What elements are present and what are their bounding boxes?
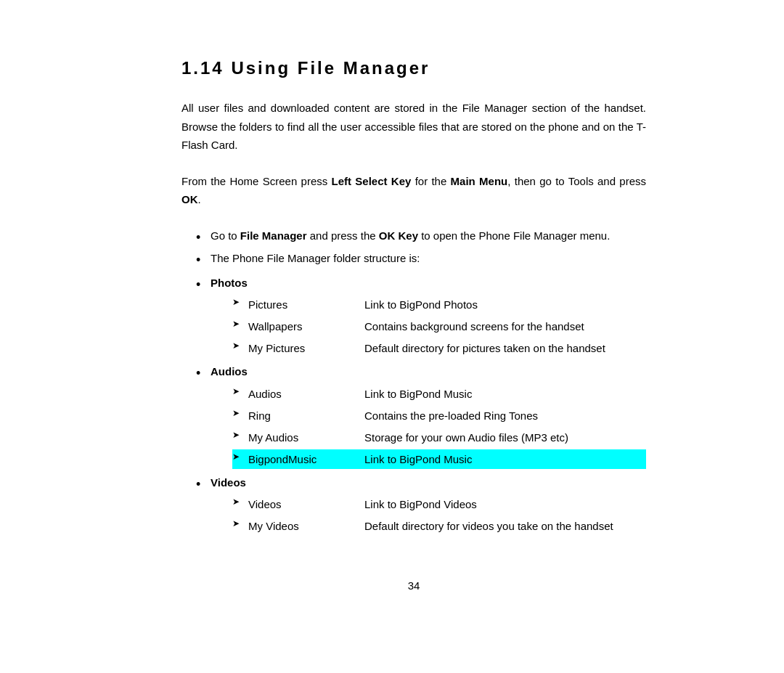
bold-left-select: Left Select Key [332, 175, 412, 187]
folder-name: My Videos [248, 516, 364, 536]
sub-item-ring: RingContains the pre-loaded Ring Tones [232, 406, 646, 425]
sub-list-videos: VideosLink to BigPond VideosMy VideosDef… [232, 494, 646, 536]
category-item-audios: AudiosAudiosLink to BigPond MusicRingCon… [196, 362, 646, 469]
folder-desc: Default directory for pictures taken on … [364, 338, 646, 358]
folder-desc: Contains the pre-loaded Ring Tones [364, 406, 646, 425]
folder-desc: Link to BigPond Music [364, 449, 646, 469]
folder-name: My Audios [248, 428, 364, 447]
sub-item-audios: AudiosLink to BigPond Music [232, 384, 646, 404]
bullet-item-file-manager: Go to File Manager and press the OK Key … [196, 227, 646, 245]
bold-main-menu: Main Menu [451, 175, 508, 187]
main-bullet-list: Go to File Manager and press the OK Key … [196, 227, 646, 268]
bold-file-manager: File Manager [240, 229, 307, 242]
section-heading: 1.14 Using File Manager [181, 58, 646, 78]
sub-item-my-audios: My AudiosStorage for your own Audio file… [232, 428, 646, 447]
instruction-paragraph: From the Home Screen press Left Select K… [181, 172, 646, 209]
category-item-videos: VideosVideosLink to BigPond VideosMy Vid… [196, 473, 646, 537]
sub-item-pictures: PicturesLink to BigPond Photos [232, 295, 646, 314]
sub-item-my-videos: My VideosDefault directory for videos yo… [232, 516, 646, 536]
bold-ok: OK [181, 193, 198, 205]
folder-name: Videos [248, 494, 364, 514]
category-item-photos: PhotosPicturesLink to BigPond PhotosWall… [196, 274, 646, 359]
bold-ok-key: OK Key [379, 229, 418, 242]
folder-desc: Link to BigPond Music [364, 384, 646, 404]
bullet-item-structure: The Phone File Manager folder structure … [196, 249, 646, 268]
category-name-audios: Audios [211, 365, 248, 378]
sub-item-videos: VideosLink to BigPond Videos [232, 494, 646, 514]
category-name-photos: Photos [211, 277, 248, 289]
folder-name: Wallpapers [248, 317, 364, 336]
sub-item-bigpondmusic: BigpondMusicLink to BigPond Music [232, 449, 646, 469]
folder-desc: Link to BigPond Videos [364, 494, 646, 514]
folder-desc: Contains background screens for the hand… [364, 317, 646, 336]
sub-item-my-pictures: My PicturesDefault directory for picture… [232, 338, 646, 358]
intro-paragraph: All user files and downloaded content ar… [181, 99, 646, 155]
category-list: PhotosPicturesLink to BigPond PhotosWall… [196, 274, 646, 537]
folder-name: My Pictures [248, 338, 364, 358]
sub-list-audios: AudiosLink to BigPond MusicRingContains … [232, 384, 646, 469]
folder-desc: Link to BigPond Photos [364, 295, 646, 314]
page-number: 34 [181, 579, 646, 592]
category-name-videos: Videos [211, 476, 246, 489]
folder-name: BigpondMusic [248, 449, 364, 469]
page-container: 1.14 Using File Manager All user files a… [109, 0, 675, 635]
sub-item-wallpapers: WallpapersContains background screens fo… [232, 317, 646, 336]
folder-name: Ring [248, 406, 364, 425]
categories-container: PhotosPicturesLink to BigPond PhotosWall… [181, 274, 646, 537]
sub-list-photos: PicturesLink to BigPond PhotosWallpapers… [232, 295, 646, 358]
folder-desc: Storage for your own Audio files (MP3 et… [364, 428, 646, 447]
folder-name: Pictures [248, 295, 364, 314]
folder-desc: Default directory for videos you take on… [364, 516, 646, 536]
folder-name: Audios [248, 384, 364, 404]
